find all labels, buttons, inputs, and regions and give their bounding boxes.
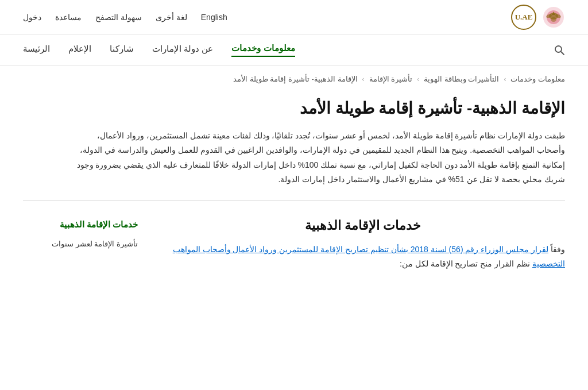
nav-item-info-services[interactable]: معلومات وخدمات <box>231 43 295 57</box>
uae-emblem-icon <box>542 6 565 29</box>
search-button[interactable] <box>554 44 565 56</box>
breadcrumb: معلومات وخدمات › التأشيرات وبطاقة الهوية… <box>23 75 565 83</box>
content-with-sidebar: خدمات الإقامة الذهبية وفقاً لقرار مجلس ا… <box>23 218 565 271</box>
logo-area: U.AE <box>511 5 565 30</box>
main-nav-links: معلومات وخدمات عن دولة الإمارات شاركنا ا… <box>23 43 295 57</box>
svg-point-7 <box>555 46 562 52</box>
top-bar: U.AE دخول مساعدة سهولة التصفح لغة أخرى E… <box>0 0 588 34</box>
breadcrumb-area: معلومات وخدمات › التأشيرات وبطاقة الهوية… <box>0 65 588 88</box>
breadcrumb-sep-3: › <box>362 75 365 83</box>
breadcrumb-sep-2: › <box>417 75 419 83</box>
cabinet-resolution-link[interactable]: لقرار مجلس الوزراء رقم (56) لسنة 2018 بش… <box>173 245 565 268</box>
content-body: وفقاً لقرار مجلس الوزراء رقم (56) لسنة 2… <box>161 242 565 271</box>
accessibility-link[interactable]: سهولة التصفح <box>95 13 142 22</box>
help-link[interactable]: مساعدة <box>55 13 82 22</box>
main-content: خدمات الإقامة الذهبية وفقاً لقرار مجلس ا… <box>161 218 565 271</box>
top-nav: دخول مساعدة سهولة التصفح لغة أخرى Englis… <box>23 13 227 22</box>
breadcrumb-current: الإقامة الذهبية- تأشيرة إقامة طويلة الأم… <box>233 75 357 83</box>
breadcrumb-info-services[interactable]: معلومات وخدمات <box>510 75 565 83</box>
nav-item-share[interactable]: شاركنا <box>110 44 134 56</box>
english-link[interactable]: English <box>201 13 227 22</box>
main-nav: معلومات وخدمات عن دولة الإمارات شاركنا ا… <box>0 34 588 65</box>
login-link[interactable]: دخول <box>23 13 41 22</box>
nav-item-home[interactable]: الرئيسة <box>23 44 50 56</box>
divider <box>23 200 565 201</box>
breadcrumb-sep-1: › <box>504 75 506 83</box>
page-title: الإقامة الذهبية- تأشيرة إقامة طويلة الأم… <box>23 97 565 119</box>
page-description: طبقت دولة الإمارات نظام تأشيرة إقامة طوي… <box>71 129 565 187</box>
nav-item-about-uae[interactable]: عن دولة الإمارات <box>152 44 213 56</box>
svg-point-3 <box>551 17 556 22</box>
uae-logo: U.AE <box>511 5 536 30</box>
section-title: خدمات الإقامة الذهبية <box>161 218 565 233</box>
nav-item-media[interactable]: الإعلام <box>68 44 91 56</box>
breadcrumb-visas[interactable]: التأشيرات وبطاقة الهوية <box>424 75 499 83</box>
sidebar: خدمات الإقامة الذهبية تأشيرة الإقامة لعش… <box>23 218 138 271</box>
sidebar-title: خدمات الإقامة الذهبية <box>23 218 138 231</box>
other-language-link[interactable]: لغة أخرى <box>156 13 187 22</box>
sidebar-item-ten-year: تأشيرة الإقامة لعشر سنوات <box>23 238 138 250</box>
content-area: الإقامة الذهبية- تأشيرة إقامة طويلة الأم… <box>0 88 588 288</box>
search-icon <box>554 44 565 56</box>
svg-line-8 <box>561 52 564 55</box>
breadcrumb-residence-visa[interactable]: تأشيرة الإقامة <box>369 75 413 83</box>
